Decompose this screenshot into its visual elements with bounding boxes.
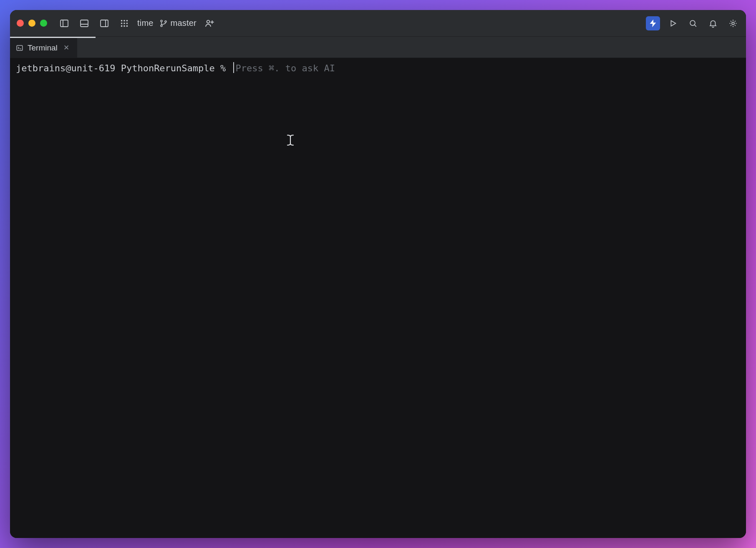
svg-point-11 xyxy=(126,23,128,24)
terminal-prompt: jetbrains@unit-619 PythonRerunSample % xyxy=(16,62,232,75)
svg-point-13 xyxy=(123,25,125,27)
search-button[interactable] xyxy=(686,16,700,30)
branch-name-label: master xyxy=(171,18,197,28)
apps-grid-button[interactable] xyxy=(117,16,131,30)
text-cursor-icon xyxy=(286,134,295,146)
ai-bolt-icon xyxy=(648,19,658,28)
svg-rect-4 xyxy=(101,20,108,27)
code-with-me-button[interactable] xyxy=(202,16,217,30)
app-window: time master xyxy=(10,10,746,538)
zoom-window-button[interactable] xyxy=(40,20,47,27)
svg-line-23 xyxy=(694,25,696,26)
right-sidebar-toggle[interactable] xyxy=(97,16,111,30)
gear-icon xyxy=(728,19,738,28)
terminal-icon xyxy=(16,44,23,52)
left-sidebar-toggle[interactable] xyxy=(57,16,71,30)
terminal-caret xyxy=(233,62,234,73)
terminal-panel[interactable]: jetbrains@unit-619 PythonRerunSample % P… xyxy=(10,58,746,538)
toolbar: time master xyxy=(10,10,746,37)
svg-point-24 xyxy=(732,22,734,25)
traffic-lights xyxy=(17,20,47,27)
svg-point-7 xyxy=(123,20,125,21)
bell-icon xyxy=(708,19,718,28)
svg-point-18 xyxy=(207,20,210,23)
tab-close-button[interactable]: ✕ xyxy=(63,43,69,52)
svg-point-17 xyxy=(165,20,166,22)
svg-point-9 xyxy=(121,23,123,24)
close-window-button[interactable] xyxy=(17,20,24,27)
svg-point-12 xyxy=(121,25,123,27)
svg-point-14 xyxy=(126,25,128,27)
tab-terminal[interactable]: Terminal ✕ xyxy=(10,38,77,58)
svg-point-15 xyxy=(161,20,162,22)
svg-rect-25 xyxy=(17,45,23,50)
ai-assistant-button[interactable] xyxy=(646,16,660,30)
svg-marker-21 xyxy=(671,20,675,26)
svg-rect-2 xyxy=(81,20,88,27)
bottom-panel-toggle[interactable] xyxy=(77,16,91,30)
vcs-branch-widget[interactable]: master xyxy=(159,18,197,28)
run-button[interactable] xyxy=(666,16,680,30)
terminal-prompt-line: jetbrains@unit-619 PythonRerunSample % P… xyxy=(16,62,740,75)
svg-point-6 xyxy=(121,20,123,21)
svg-point-8 xyxy=(126,20,128,21)
tab-label: Terminal xyxy=(28,43,58,53)
search-icon xyxy=(688,19,698,28)
editor-tabstrip: Terminal ✕ xyxy=(10,38,746,58)
project-name-label[interactable]: time xyxy=(137,18,154,28)
settings-button[interactable] xyxy=(726,16,740,30)
notifications-button[interactable] xyxy=(706,16,720,30)
minimize-window-button[interactable] xyxy=(28,20,35,27)
svg-point-10 xyxy=(123,23,125,24)
branch-icon xyxy=(159,19,168,28)
svg-rect-0 xyxy=(60,20,68,27)
play-icon xyxy=(668,19,678,28)
svg-point-22 xyxy=(690,20,695,25)
terminal-ai-hint: Press ⌘. to ask AI xyxy=(236,62,335,75)
svg-point-16 xyxy=(161,25,162,26)
